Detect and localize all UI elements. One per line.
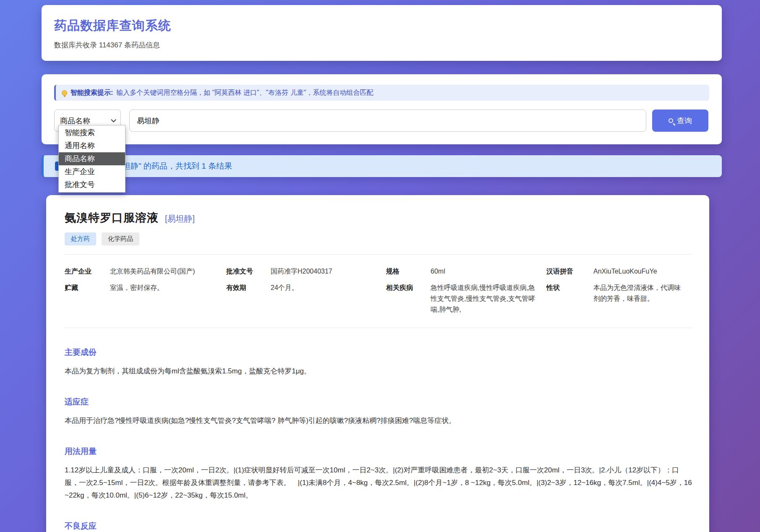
page-title: 药品数据库查询系统 — [54, 17, 707, 34]
lightbulb-icon — [62, 90, 67, 96]
prescription-tag: 处方药 — [65, 232, 96, 245]
result-count-text: 坦静" 的药品，共找到 1 条结果 — [123, 161, 232, 172]
field-value: AnXiuTeLuoKouFuYe — [593, 266, 692, 277]
section-adverse-reactions: 不良反应 1.精神神经系统：偶见头痛手颤嗜睡不安头晕失眠四肢麻木等。|2.循环系… — [65, 521, 692, 532]
search-row: 商品名称 查询 — [54, 110, 709, 132]
dropdown-option-approval-number[interactable]: 批准文号 — [59, 178, 125, 191]
section-dosage: 用法用量 1.12岁以上儿童及成人：口服，一次20ml，一日2次。|(1)症状明… — [65, 446, 692, 502]
field-value: 室温，密封保存。 — [110, 282, 226, 293]
drug-tag-row: 处方药 化学药品 — [65, 232, 692, 245]
page-container: 药品数据库查询系统 数据库共收录 114367 条药品信息 智能搜索提示: 输入… — [42, 0, 722, 532]
field-value: 北京韩美药品有限公司(国产) — [110, 266, 226, 277]
database-count-subtitle: 数据库共收录 114367 条药品信息 — [54, 40, 707, 50]
field-label: 批准文号 — [226, 266, 271, 277]
header-card: 药品数据库查询系统 数据库共收录 114367 条药品信息 — [42, 5, 722, 61]
field-value: 60ml — [431, 266, 546, 277]
search-hint-banner: 智能搜索提示: 输入多个关键词用空格分隔，如 "阿莫西林 进口"、"布洛芬 儿童… — [54, 85, 709, 101]
field-value: 国药准字H20040317 — [271, 266, 386, 277]
dropdown-option-smart-search[interactable]: 智能搜索 — [59, 126, 125, 139]
section-indications: 适应症 本品用于治疗急?慢性呼吸道疾病(如急?慢性支气管炎?支气管哮喘? 肺气肿… — [65, 396, 692, 427]
drug-detail-card: 氨溴特罗口服溶液 [易坦静] 处方药 化学药品 生产企业 北京韩美药品有限公司(… — [46, 195, 709, 532]
section-heading: 适应症 — [65, 396, 692, 407]
field-label: 相关疾病 — [386, 282, 431, 293]
section-heading: 主要成份 — [65, 347, 692, 358]
search-button[interactable]: 查询 — [652, 110, 708, 132]
field-label: 贮藏 — [65, 282, 110, 293]
section-text: 本品用于治疗急?慢性呼吸道疾病(如急?慢性支气管炎?支气管哮喘? 肺气肿等)引起… — [65, 415, 692, 427]
dropdown-option-product-name[interactable]: 商品名称 — [59, 152, 125, 165]
search-hint-text: 输入多个关键词用空格分隔，如 "阿莫西林 进口"、"布洛芬 儿童"，系统将自动组… — [116, 89, 373, 97]
search-field-dropdown: 智能搜索 通用名称 商品名称 生产企业 批准文号 — [58, 125, 125, 193]
field-label: 性状 — [546, 282, 593, 293]
field-value: 急性呼吸道疾病,慢性呼吸道疾病,急性支气管炎,慢性支气管炎,支气管哮喘,肺气肿, — [431, 282, 546, 315]
search-icon — [669, 118, 673, 123]
field-label: 有效期 — [226, 282, 271, 293]
section-text: 本品为复方制剂，其组成成份为每ml含盐酸氨溴索1.5mg，盐酸克仑特罗1μg。 — [65, 365, 692, 378]
search-button-label: 查询 — [677, 116, 692, 126]
drug-title-row: 氨溴特罗口服溶液 [易坦静] — [65, 210, 692, 225]
search-input[interactable] — [129, 110, 646, 132]
chevron-down-icon — [111, 117, 116, 123]
search-card: 智能搜索提示: 输入多个关键词用空格分隔，如 "阿莫西林 进口"、"布洛芬 儿童… — [42, 74, 722, 144]
section-heading: 不良反应 — [65, 521, 692, 532]
section-main-ingredients: 主要成份 本品为复方制剂，其组成成份为每ml含盐酸氨溴索1.5mg，盐酸克仑特罗… — [65, 347, 692, 378]
drug-details-grid: 生产企业 北京韩美药品有限公司(国产) 批准文号 国药准字H20040317 规… — [65, 254, 692, 328]
dropdown-option-manufacturer[interactable]: 生产企业 — [59, 165, 125, 178]
drug-name: 氨溴特罗口服溶液 — [65, 210, 159, 225]
section-heading: 用法用量 — [65, 446, 692, 457]
chemical-drug-tag: 化学药品 — [102, 232, 139, 245]
search-field-selected-value: 商品名称 — [60, 116, 90, 126]
field-label: 生产企业 — [65, 266, 110, 277]
drug-brand-name: [易坦静] — [165, 213, 195, 224]
field-value: 24个月。 — [271, 282, 386, 293]
result-count-banner: 坦静" 的药品，共找到 1 条结果 — [42, 155, 722, 177]
search-hint-label: 智能搜索提示: — [71, 89, 113, 97]
section-text: 1.12岁以上儿童及成人：口服，一次20ml，一日2次。|(1)症状明显好转后可… — [65, 464, 692, 502]
field-value: 本品为无色澄清液体，代调味剂的芳香，味香甜。 — [593, 282, 692, 304]
field-label: 汉语拼音 — [546, 266, 593, 277]
dropdown-option-generic-name[interactable]: 通用名称 — [59, 139, 125, 152]
field-label: 规格 — [386, 266, 431, 277]
